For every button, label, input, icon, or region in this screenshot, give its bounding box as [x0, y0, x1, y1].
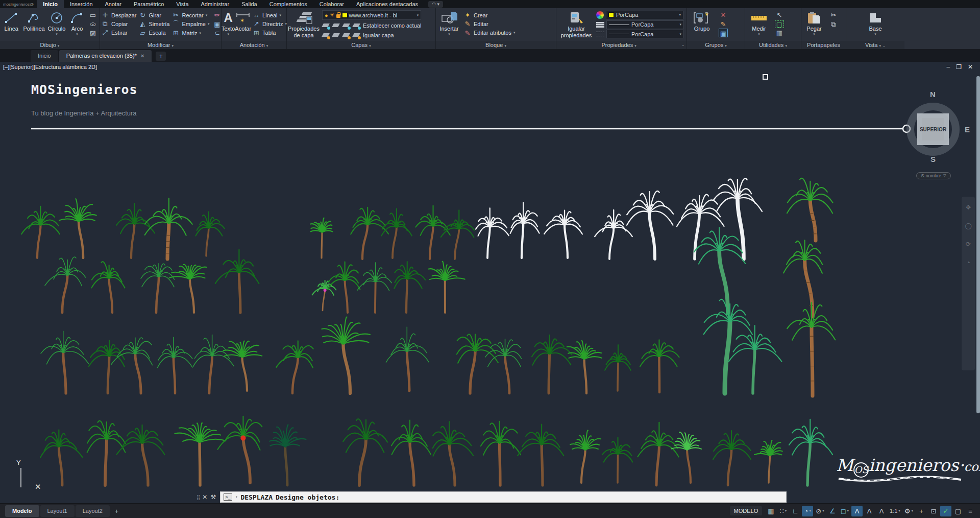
palm-tree[interactable] — [713, 178, 762, 259]
array-button[interactable]: ⊞Matriz▾ — [172, 29, 210, 37]
erase-icon[interactable]: ✏ — [212, 11, 222, 19]
menu-tab-paramétrico[interactable]: Paramétrico — [128, 0, 170, 8]
panel-label-grupos[interactable]: Grupos ▾ — [687, 41, 745, 49]
palm-tree[interactable] — [351, 207, 388, 259]
panel-label-portapapeles[interactable]: Portapapeles — [801, 41, 846, 49]
layer-properties-button[interactable]: Propiedades de capa — [287, 9, 321, 38]
chevron-down-icon[interactable]: ▾ — [809, 509, 811, 513]
palm-tree[interactable] — [141, 264, 175, 313]
palm-tree[interactable] — [175, 423, 226, 485]
menu-tab-colaborar[interactable]: Colaborar — [313, 0, 350, 8]
navigation-bar[interactable]: ✥ ◯ ⟳ ◔ — [962, 197, 975, 370]
drag-handle-icon[interactable]: ⣿ — [197, 495, 199, 500]
layer-on-icon[interactable]: ● — [325, 12, 328, 18]
linear-dim-button[interactable]: ↔Lineal▾ — [252, 11, 287, 19]
ungroup-icon[interactable]: ✕ — [719, 11, 728, 19]
clean-screen-icon[interactable]: ▢ — [952, 506, 964, 516]
palm-tree[interactable] — [476, 208, 509, 258]
layer-color-swatch[interactable] — [342, 13, 348, 18]
palm-tree[interactable] — [193, 335, 234, 393]
palm-tree[interactable] — [21, 206, 60, 258]
match-properties-button[interactable]: Igualar propiedades — [556, 9, 596, 38]
layer-tool-icon[interactable] — [342, 32, 350, 38]
palm-tree[interactable] — [433, 421, 473, 485]
viewport-controls[interactable]: [–][Superior][Estructura alámbrica 2D] — [3, 64, 97, 70]
palm-tree[interactable] — [787, 302, 835, 396]
dimension-button[interactable]: ✶ Acotar — [235, 9, 251, 32]
palm-tree[interactable] — [116, 203, 155, 258]
edit-block-button[interactable]: ✎Editar — [463, 19, 516, 28]
group-select-toggle-icon[interactable]: ▣ — [719, 29, 728, 37]
palm-tree[interactable] — [570, 430, 601, 483]
pan-icon[interactable]: ✥ — [966, 204, 971, 211]
panel-label-dibujo[interactable]: Dibujo ▾ — [0, 41, 100, 49]
palm-tree[interactable] — [544, 210, 582, 258]
restore-icon[interactable]: ❐ — [956, 63, 962, 70]
quick-select-icon[interactable]: ↖ — [775, 11, 784, 19]
chevron-down-icon[interactable]: ▾ — [417, 13, 419, 17]
menu-tab-inserción[interactable]: Inserción — [64, 0, 99, 8]
cut-icon[interactable]: ✂ — [829, 11, 838, 19]
palm-tree[interactable] — [87, 421, 126, 485]
compass-east-label[interactable]: E — [965, 125, 970, 134]
palm-tree[interactable] — [713, 431, 751, 485]
palm-tree[interactable] — [789, 419, 832, 485]
palm-tree[interactable] — [310, 218, 332, 258]
insert-block-button[interactable]: Insertar ▾ — [436, 9, 462, 36]
offset-icon[interactable]: ⊂ — [212, 29, 222, 37]
menu-tab-complementos[interactable]: Complementos — [263, 0, 313, 8]
palm-tree[interactable] — [485, 339, 522, 393]
palm-tree[interactable] — [169, 265, 207, 313]
object-color-select[interactable]: PorCapa ▾ — [606, 11, 683, 19]
chevron-down-icon[interactable]: ▾ — [911, 509, 913, 513]
menu-tab-salida[interactable]: Salida — [235, 0, 263, 8]
chevron-down-icon[interactable]: ▾ — [813, 32, 815, 36]
panel-label-propiedades[interactable]: Propiedades ▾ ⌄ — [556, 41, 687, 49]
group-button[interactable]: ✶ Grupo — [687, 9, 717, 32]
hatch-tool-icon[interactable]: ▨ ▾ — [88, 29, 97, 37]
palm-tree[interactable] — [276, 341, 313, 393]
palm-tree[interactable] — [91, 262, 125, 313]
isometric-drafting-icon[interactable]: ⊘▾ — [814, 506, 825, 516]
palm-tree[interactable] — [217, 416, 262, 483]
ellipse-tool-icon[interactable]: ⬭ ▾ — [88, 20, 97, 29]
palm-tree[interactable] — [638, 422, 678, 485]
palm-tree[interactable] — [481, 421, 521, 485]
palm-tree[interactable] — [595, 210, 632, 259]
palm-tree[interactable] — [45, 257, 86, 313]
doc-tab-inicio[interactable]: Inicio — [31, 50, 58, 62]
command-history-icon[interactable]: >_ — [224, 493, 232, 501]
palm-tree[interactable] — [328, 262, 360, 313]
steering-wheel-icon[interactable]: ◔ — [966, 259, 970, 266]
select-similar-icon[interactable]: ▢ — [775, 20, 784, 28]
palm-tree[interactable] — [605, 345, 631, 391]
drawing-canvas[interactable]: [–][Superior][Estructura alámbrica 2D] –… — [0, 62, 980, 503]
palm-tree[interactable] — [145, 198, 192, 259]
chevron-down-icon[interactable]: ▾ — [235, 495, 237, 499]
panel-label-anotacion[interactable]: Anotación ▾ — [222, 41, 286, 49]
new-layout-button[interactable]: + — [111, 507, 123, 515]
annotation-visibility-icon[interactable]: Λ — [851, 506, 863, 516]
layer-tool-icon[interactable] — [332, 22, 340, 29]
palm-tree[interactable] — [116, 425, 164, 485]
polar-tracking-icon[interactable]: ◔▾ — [802, 506, 813, 516]
layer-tool-icon[interactable] — [353, 22, 360, 29]
layer-tool-icon[interactable] — [322, 22, 330, 29]
palm-tree[interactable] — [322, 317, 370, 393]
table-button[interactable]: ⊞Tabla — [252, 29, 287, 37]
menu-tab-aplicaciones-destacadas[interactable]: Aplicaciones destacadas — [350, 0, 424, 8]
panel-label-modificar[interactable]: Modificar ▾ — [100, 41, 221, 49]
customization-icon[interactable]: ≡ — [965, 506, 976, 516]
palm-tree[interactable] — [429, 262, 465, 313]
palm-tree[interactable] — [312, 280, 336, 311]
palm-tree[interactable] — [457, 334, 498, 393]
panel-label-bloque[interactable]: Bloque ▾ — [436, 41, 556, 49]
chevron-down-icon[interactable]: ▾ — [227, 32, 229, 36]
palm-tree[interactable] — [532, 335, 572, 393]
palm-tree[interactable] — [394, 262, 425, 313]
command-input[interactable]: >_ ▾ DESPLAZA Designe objetos: — [220, 491, 787, 503]
ucs-selector[interactable]: S-nombre▽ — [916, 172, 951, 179]
new-drawing-button[interactable]: + — [156, 52, 166, 61]
cloud-share-button[interactable]: ◠ ▾ — [428, 1, 443, 8]
mirror-button[interactable]: ◭Simetría — [139, 19, 170, 28]
